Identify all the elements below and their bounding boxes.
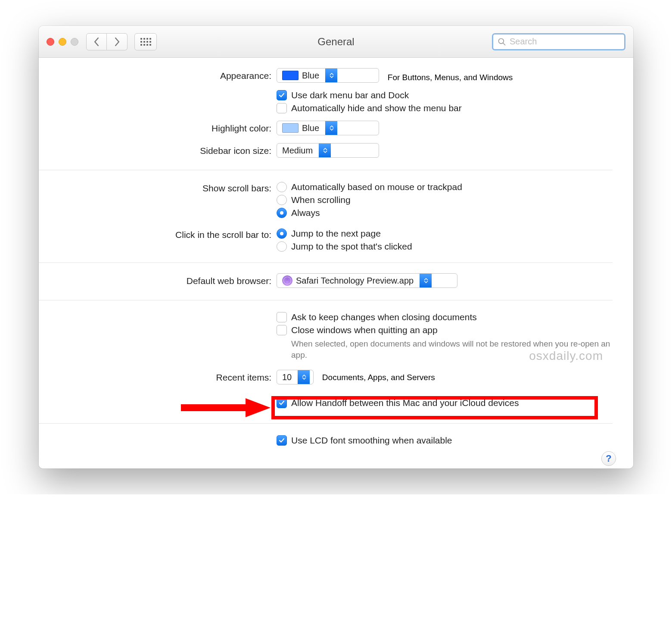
zoom-window-button[interactable] (71, 38, 78, 46)
scroll-always-radio[interactable]: Always (277, 206, 616, 219)
highlight-popup[interactable]: Blue (277, 121, 379, 135)
show-all-button[interactable] (134, 33, 157, 50)
safari-icon (282, 275, 292, 286)
content-area: Appearance: Blue For Buttons, Menus, and… (39, 58, 633, 468)
search-input[interactable] (510, 37, 620, 47)
chevron-left-icon (93, 37, 100, 46)
preferences-window: General Appearance: Blue For Butto (39, 26, 633, 468)
watermark-text: osxdaily.com (529, 349, 603, 363)
nav-back-forward (86, 33, 128, 50)
updown-arrows-icon (325, 121, 337, 135)
ask-keep-checkbox[interactable]: Ask to keep changes when closing documen… (277, 311, 616, 324)
minimize-window-button[interactable] (59, 38, 66, 46)
close-windows-label: Close windows when quitting an app (291, 325, 438, 335)
close-window-button[interactable] (47, 38, 54, 46)
sidebar-size-label: Sidebar icon size: (39, 143, 277, 156)
appearance-popup[interactable]: Blue (277, 68, 379, 83)
recent-hint: Documents, Apps, and Servers (322, 373, 435, 382)
sidebar-size-popup[interactable]: Medium (277, 143, 379, 158)
updown-arrows-icon (298, 370, 310, 384)
check-icon (278, 92, 285, 99)
forward-button[interactable] (107, 33, 128, 50)
scroll-when-label: When scrolling (291, 195, 351, 205)
ask-keep-label: Ask to keep changes when closing documen… (291, 312, 477, 322)
grid-icon (140, 38, 151, 46)
browser-value: Safari Technology Preview.app (296, 276, 414, 286)
auto-hide-menu-label: Automatically hide and show the menu bar (291, 103, 462, 113)
svg-line-1 (503, 43, 505, 45)
scroll-auto-label: Automatically based on mouse or trackpad (291, 182, 462, 192)
lcd-label: Use LCD font smoothing when available (291, 435, 452, 446)
search-icon (498, 37, 506, 46)
click-spot-radio[interactable]: Jump to the spot that's clicked (277, 240, 616, 253)
check-icon (278, 437, 285, 444)
color-swatch-icon (282, 71, 299, 80)
scrollbars-label: Show scroll bars: (39, 181, 277, 194)
click-next-label: Jump to the next page (291, 228, 381, 239)
dark-menu-label: Use dark menu bar and Dock (291, 90, 409, 100)
color-swatch-icon (282, 123, 299, 133)
click-spot-label: Jump to the spot that's clicked (291, 241, 412, 252)
titlebar: General (39, 26, 633, 58)
click-next-radio[interactable]: Jump to the next page (277, 227, 616, 240)
scroll-auto-radio[interactable]: Automatically based on mouse or trackpad (277, 181, 616, 194)
updown-arrows-icon (420, 274, 432, 287)
help-button[interactable]: ? (601, 451, 616, 466)
help-icon: ? (606, 453, 611, 464)
back-button[interactable] (86, 33, 107, 50)
appearance-value: Blue (302, 71, 319, 81)
appearance-hint: For Buttons, Menus, and Windows (388, 73, 513, 82)
recent-popup[interactable]: 10 (277, 370, 314, 384)
sidebar-size-value: Medium (282, 146, 313, 156)
highlight-value: Blue (302, 123, 319, 133)
lcd-checkbox[interactable]: Use LCD font smoothing when available (277, 434, 616, 447)
browser-label: Default web browser: (39, 273, 277, 286)
handoff-label: Allow Handoff between this Mac and your … (291, 398, 519, 408)
updown-arrows-icon (319, 144, 331, 157)
appearance-label: Appearance: (39, 68, 277, 81)
browser-popup[interactable]: Safari Technology Preview.app (277, 273, 457, 288)
auto-hide-menu-checkbox[interactable]: Automatically hide and show the menu bar (277, 102, 616, 115)
recent-value: 10 (282, 372, 292, 382)
chevron-right-icon (114, 37, 120, 46)
traffic-lights (47, 38, 78, 46)
handoff-checkbox[interactable]: Allow Handoff between this Mac and your … (277, 397, 616, 409)
search-field[interactable] (492, 33, 625, 50)
dark-menu-checkbox[interactable]: Use dark menu bar and Dock (277, 89, 616, 102)
recent-label: Recent items: (39, 370, 277, 383)
click-scroll-label: Click in the scroll bar to: (39, 227, 277, 240)
updown-arrows-icon (325, 69, 337, 82)
scroll-when-radio[interactable]: When scrolling (277, 194, 616, 206)
scroll-always-label: Always (291, 208, 320, 218)
check-icon (278, 400, 285, 406)
highlight-label: Highlight color: (39, 121, 277, 134)
close-windows-checkbox[interactable]: Close windows when quitting an app (277, 324, 616, 337)
